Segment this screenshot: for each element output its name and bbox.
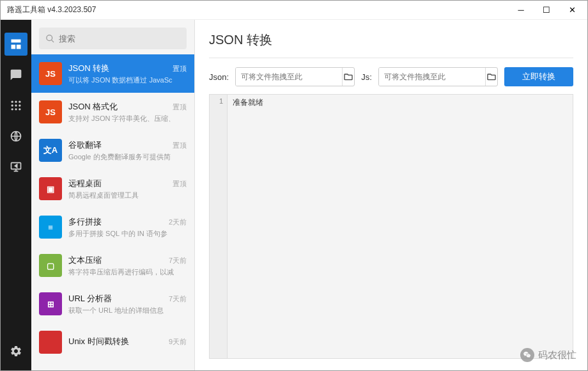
- tool-icon: JS: [39, 100, 62, 123]
- svg-point-9: [12, 108, 13, 110]
- json-file-input[interactable]: [236, 68, 342, 86]
- tool-title: Unix 时间戳转换: [68, 336, 129, 347]
- tool-desc: 简易远程桌面管理工具: [68, 191, 187, 200]
- tool-desc: Google 的免费翻译服务可提供简: [68, 152, 187, 162]
- tool-item[interactable]: Unix 时间戳转换 9天前: [31, 323, 194, 361]
- folder-icon: [343, 72, 353, 82]
- tool-item[interactable]: 文A 谷歌翻译 置顶 Google 的免费翻译服务可提供简: [31, 131, 194, 170]
- tool-badge: 置顶: [173, 141, 187, 150]
- content-area: JSON 转换 Json: Js: 立即转换 1 准备就绪: [195, 20, 587, 370]
- json-label: Json:: [209, 72, 229, 82]
- rail-settings-icon[interactable]: [4, 340, 27, 363]
- tool-desc: 将字符串压缩后再进行编码，以减: [68, 267, 187, 277]
- tool-item[interactable]: ▣ 远程桌面 置顶 简易远程桌面管理工具: [31, 170, 194, 208]
- tool-title: 谷歌翻译: [68, 139, 102, 151]
- tool-icon: [39, 331, 62, 354]
- tool-title: 远程桌面: [68, 178, 102, 189]
- tool-icon: ⊞: [39, 292, 62, 315]
- tool-item[interactable]: JS JSON 转换 置顶 可以将 JSON 数据档通过 JavaSc: [31, 54, 194, 93]
- svg-point-10: [15, 108, 17, 110]
- tool-item[interactable]: JS JSON 格式化 置顶 支持对 JSON 字符串美化、压缩、: [31, 93, 194, 131]
- tool-item[interactable]: ▢ 文本压缩 7天前 将字符串压缩后再进行编码，以减: [31, 246, 194, 285]
- tool-sidebar: JS JSON 转换 置顶 可以将 JSON 数据档通过 JavaSc JS J…: [31, 20, 195, 370]
- svg-rect-0: [12, 40, 21, 43]
- line-gutter: 1: [210, 95, 228, 358]
- svg-point-14: [47, 35, 52, 40]
- svg-point-5: [19, 101, 20, 103]
- minimize-button[interactable]: ─: [508, 1, 534, 19]
- maximize-button[interactable]: ☐: [534, 1, 559, 19]
- tool-title: JSON 转换: [68, 63, 109, 74]
- tool-desc: 支持对 JSON 字符串美化、压缩、: [68, 114, 187, 123]
- tool-badge: 7天前: [169, 294, 187, 304]
- rail-globe-icon[interactable]: [4, 125, 27, 148]
- js-file-group: [378, 67, 498, 86]
- window-title: 路遥工具箱 v4.3.2023.507: [7, 4, 96, 15]
- tool-icon: ▢: [39, 254, 62, 277]
- tool-badge: 置顶: [173, 102, 187, 112]
- svg-point-3: [12, 101, 13, 103]
- tool-badge: 置顶: [173, 64, 187, 74]
- convert-button[interactable]: 立即转换: [504, 67, 573, 86]
- rail-grid-icon[interactable]: [4, 94, 27, 117]
- tool-item[interactable]: ≡ 多行拼接 2天前 多用于拼接 SQL 中的 IN 语句参: [31, 208, 194, 246]
- tool-badge: 9天前: [169, 337, 187, 347]
- tool-badge: 置顶: [173, 179, 187, 189]
- svg-point-11: [19, 108, 20, 110]
- json-file-group: [235, 67, 355, 86]
- tool-desc: 多用于拼接 SQL 中的 IN 语句参: [68, 229, 187, 239]
- rail-monitor-icon[interactable]: [4, 155, 27, 178]
- svg-rect-2: [17, 45, 21, 49]
- tool-desc: 获取一个 URL 地址的详细信息: [68, 306, 187, 315]
- tool-title: 文本压缩: [68, 255, 102, 266]
- tool-title: URL 分析器: [68, 293, 112, 304]
- folder-icon: [486, 72, 497, 82]
- nav-rail: [1, 20, 31, 370]
- tool-title: 多行拼接: [68, 216, 102, 228]
- json-folder-button[interactable]: [342, 68, 354, 86]
- js-file-input[interactable]: [379, 68, 485, 86]
- close-button[interactable]: ✕: [559, 1, 585, 19]
- tool-title: JSON 格式化: [68, 101, 118, 113]
- tool-icon: ≡: [39, 216, 62, 239]
- svg-point-7: [15, 104, 17, 106]
- tool-icon: 文A: [39, 139, 62, 162]
- tool-desc: 可以将 JSON 数据档通过 JavaSc: [68, 75, 187, 85]
- editor-area[interactable]: 1 准备就绪: [209, 94, 573, 359]
- page-title: JSON 转换: [195, 20, 587, 58]
- rail-tools-icon[interactable]: [4, 33, 27, 56]
- tool-item[interactable]: ⊞ URL 分析器 7天前 获取一个 URL 地址的详细信息: [31, 285, 194, 323]
- editor-status-text: 准备就绪: [228, 95, 573, 358]
- tool-icon: ▣: [39, 177, 62, 200]
- svg-rect-1: [12, 45, 16, 49]
- svg-point-8: [19, 104, 20, 106]
- tool-badge: 7天前: [169, 256, 187, 265]
- js-label: Js:: [361, 72, 372, 82]
- svg-point-4: [15, 101, 17, 103]
- search-box[interactable]: [39, 28, 187, 49]
- js-folder-button[interactable]: [485, 68, 497, 86]
- rail-chat-icon[interactable]: [4, 63, 27, 86]
- search-icon: [45, 34, 55, 43]
- svg-point-6: [12, 104, 13, 106]
- tool-icon: JS: [39, 62, 62, 85]
- search-input[interactable]: [59, 34, 180, 43]
- tool-badge: 2天前: [169, 217, 187, 227]
